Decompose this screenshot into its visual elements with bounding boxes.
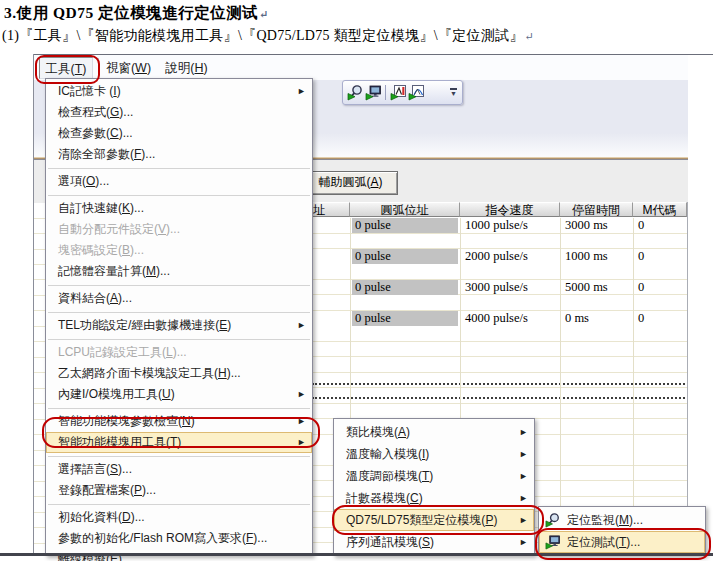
menu-item-label: 自訂快速鍵(K)...: [58, 201, 144, 215]
table-cell-command-speed[interactable]: 2000 pulse/s: [462, 249, 558, 264]
menu-item-label: 定位監視(M)...: [567, 509, 643, 531]
table-cell-m-code[interactable]: 0: [635, 218, 685, 233]
sampling-trace-icon[interactable]: [389, 84, 407, 102]
menu-separator: [48, 406, 310, 409]
table-header-cell[interactable]: 址: [310, 202, 350, 217]
menubar-item-tools[interactable]: 工具(T): [39, 57, 93, 79]
tools-menu-item[interactable]: 檢查參數(C)...: [46, 123, 312, 144]
table-gridline: [633, 218, 634, 553]
tools-menu-item[interactable]: 清除全部參數(F)...: [46, 144, 312, 165]
submenu-item[interactable]: 序列通訊模塊(S)►: [334, 531, 534, 553]
menu-item-label: 登錄配置檔案(P)...: [58, 483, 156, 497]
aux-arc-button[interactable]: 輔助圓弧(A): [303, 171, 398, 195]
table-header-cell[interactable]: 圓弧位址: [350, 202, 460, 217]
menu-item-label: 智能功能模塊用工具(T): [58, 435, 181, 449]
doc-menu-path-text: (1)『工具』\『智能功能模塊用工具』\『QD75/LD75 類型定位模塊』\『…: [2, 28, 524, 43]
menu-item-label: 序列通訊模塊(S): [346, 535, 434, 549]
tools-menu-item[interactable]: 乙太網路介面卡模塊設定工具(H)...: [46, 363, 312, 384]
menu-item-label: IC記憶卡 (I): [58, 84, 121, 98]
intelligent-module-tools-submenu: 類比模塊(A)►溫度輸入模塊(I)►溫度調節模塊(T)►計數器模塊(C)►QD7…: [333, 418, 535, 556]
tools-menu-item[interactable]: 初始化資料(D)...: [46, 507, 312, 528]
submenu-arrow-icon: ►: [519, 531, 528, 553]
table-cell-m-code[interactable]: 0: [635, 280, 685, 295]
table-header-cell[interactable]: 指令速度: [460, 202, 560, 217]
table-cell-m-code[interactable]: 0: [635, 311, 685, 326]
tools-menu-item[interactable]: 資料結合(A)...: [46, 288, 312, 309]
tools-menu-item[interactable]: 選項(O)...: [46, 171, 312, 192]
tools-menu-item[interactable]: 內建I/O模塊用工具(U)►: [46, 384, 312, 405]
table-header-cell[interactable]: M代碼: [633, 202, 687, 217]
table-left-sliver: [34, 203, 45, 553]
submenu-arrow-icon: ►: [297, 384, 306, 405]
table-header-cell[interactable]: 停留時間: [560, 202, 633, 217]
submenu-item[interactable]: QD75/LD75類型定位模塊(P)►: [334, 509, 534, 531]
tools-menu-item[interactable]: 自動分配元件設定(V)...: [46, 219, 312, 240]
menu-item-label: 自動分配元件設定(V)...: [58, 222, 180, 236]
table-cell-command-speed[interactable]: 4000 pulse/s: [462, 311, 558, 326]
submenu-item[interactable]: 溫度輸入模塊(I)►: [334, 443, 534, 465]
menu-item-label: 類比模塊(A): [346, 425, 410, 439]
tools-menu-item[interactable]: IC記憶卡 (I)►: [46, 81, 312, 102]
table-cell-arc-address[interactable]: 0 pulse: [352, 218, 458, 233]
positioning-monitor-icon[interactable]: [346, 84, 364, 102]
table-cell-m-code[interactable]: 0: [635, 249, 685, 264]
submenu-arrow-icon: ►: [297, 432, 306, 453]
menu-item-label: 初始化資料(D)...: [58, 510, 145, 524]
menubar-item-window[interactable]: 視窗(W): [104, 57, 153, 79]
toolbar-overflow-icon[interactable]: ▼: [448, 83, 459, 102]
circle-trace-icon[interactable]: [407, 84, 425, 102]
table-header-row: 址圓弧位址指令速度停留時間M代碼: [310, 202, 687, 218]
submenu-item[interactable]: 溫度調節模塊(T)►: [334, 465, 534, 487]
tools-menu-item[interactable]: 檢查程式(G)...: [46, 102, 312, 123]
positioning-monitor-icon: [543, 512, 563, 528]
tools-menu-item[interactable]: 參數的初始化/Flash ROM寫入要求(F)...: [46, 528, 312, 549]
positioning-toolbar: ▼: [342, 80, 463, 105]
tools-menu-item[interactable]: LCPU記錄設定工具(L)...: [46, 342, 312, 363]
menu-item-label: 內建I/O模塊用工具(U): [58, 387, 175, 401]
menu-item-label: 檢查參數(C)...: [58, 126, 133, 140]
table-cell-dwell-time[interactable]: 0 ms: [562, 311, 631, 326]
table-cell-arc-address[interactable]: 0 pulse: [352, 311, 458, 326]
tools-menu-item[interactable]: 智能功能模塊參數檢查(N)►: [46, 411, 312, 432]
positioning-menu-item[interactable]: 定位測試(T)...: [539, 531, 705, 553]
tools-menu-item[interactable]: 登錄配置檔案(P)...: [46, 480, 312, 501]
positioning-menu-item[interactable]: 定位監視(M)...: [539, 509, 705, 531]
table-cell-command-speed[interactable]: 1000 pulse/s: [462, 218, 558, 233]
return-mark-icon: ↵: [525, 30, 535, 42]
submenu-arrow-icon: ►: [297, 81, 306, 102]
table-cell-dwell-time[interactable]: 1000 ms: [562, 249, 631, 264]
menu-item-label: 參數的初始化/Flash ROM寫入要求(F)...: [58, 531, 267, 545]
menu-separator: [48, 337, 310, 340]
chevron-down-icon: ▼: [450, 91, 457, 97]
table-cell-dwell-time[interactable]: 3000 ms: [562, 218, 631, 233]
menu-separator: [48, 166, 310, 169]
tools-menu-item[interactable]: 選擇語言(S)...: [46, 459, 312, 480]
submenu-arrow-icon: ►: [519, 443, 528, 465]
submenu-arrow-icon: ►: [519, 487, 528, 509]
menubar-item-help[interactable]: 說明(H): [162, 57, 211, 79]
menu-item-label: 溫度輸入模塊(I): [346, 447, 429, 461]
submenu-arrow-icon: ►: [519, 421, 528, 443]
table-cell-command-speed[interactable]: 3000 pulse/s: [462, 280, 558, 295]
document-page: 3.使用 QD75 定位模塊進行定位测试↵ (1)『工具』\『智能功能模塊用工具…: [0, 0, 713, 561]
submenu-item[interactable]: 類比模塊(A)►: [334, 421, 534, 443]
table-cell-arc-address[interactable]: 0 pulse: [352, 249, 458, 264]
positioning-test-icon[interactable]: [364, 84, 382, 102]
tools-menu-item[interactable]: 智能功能模塊用工具(T)►: [46, 432, 312, 453]
tools-menu-item[interactable]: TEL功能設定/經由數據機連接(E)►: [46, 315, 312, 336]
submenu-item[interactable]: 計數器模塊(C)►: [334, 487, 534, 509]
menu-separator: [48, 193, 310, 196]
menu-item-label: 清除全部參數(F)...: [58, 147, 155, 161]
submenu-arrow-icon: ►: [519, 465, 528, 487]
menu-separator: [48, 310, 310, 313]
table-cell-arc-address[interactable]: 0 pulse: [352, 280, 458, 295]
menu-item-label: 智能功能模塊參數檢查(N): [58, 414, 195, 428]
menu-item-label: QD75/LD75類型定位模塊(P): [346, 513, 497, 527]
table-cell-dwell-time[interactable]: 5000 ms: [562, 280, 631, 295]
tools-menu-item[interactable]: 自訂快速鍵(K)...: [46, 198, 312, 219]
menu-item-label: 記憶體容量計算(M)...: [58, 264, 170, 278]
tools-menu-item[interactable]: 記憶體容量計算(M)...: [46, 261, 312, 282]
tools-menu-item[interactable]: 塊密碼設定(B)...: [46, 240, 312, 261]
menu-separator: [48, 502, 310, 505]
return-mark-icon: ↵: [259, 8, 269, 20]
